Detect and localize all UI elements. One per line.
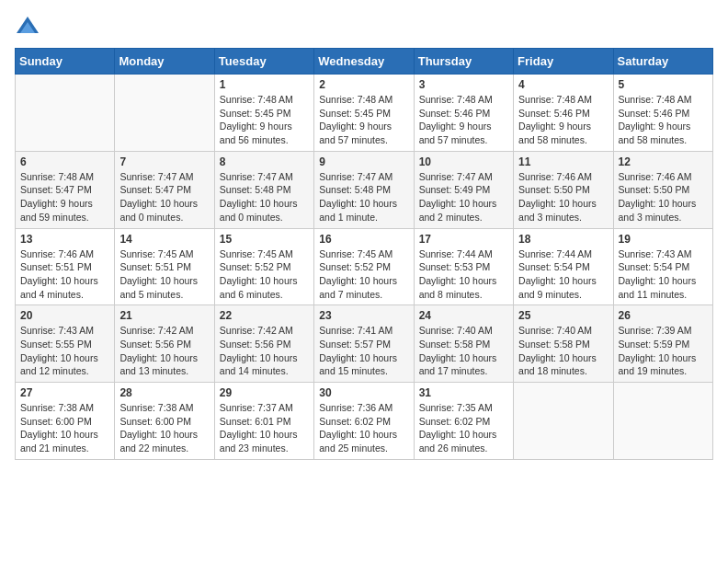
day-number: 3 — [419, 78, 508, 91]
day-info: Sunrise: 7:48 AMSunset: 5:47 PMDaylight:… — [20, 170, 109, 224]
weekday-monday: Monday — [115, 49, 214, 75]
calendar-cell: 2Sunrise: 7:48 AMSunset: 5:45 PMDaylight… — [314, 75, 414, 152]
calendar-cell: 24Sunrise: 7:40 AMSunset: 5:58 PMDayligh… — [414, 305, 513, 383]
day-info: Sunrise: 7:38 AMSunset: 6:00 PMDaylight:… — [119, 401, 209, 455]
weekday-wednesday: Wednesday — [314, 49, 414, 75]
day-info: Sunrise: 7:37 AMSunset: 6:01 PMDaylight:… — [220, 401, 309, 455]
day-info: Sunrise: 7:40 AMSunset: 5:58 PMDaylight:… — [419, 324, 508, 378]
day-info: Sunrise: 7:36 AMSunset: 6:02 PMDaylight:… — [319, 401, 408, 455]
day-number: 24 — [419, 309, 508, 322]
day-info: Sunrise: 7:46 AMSunset: 5:50 PMDaylight:… — [518, 170, 608, 224]
day-number: 27 — [20, 386, 109, 399]
weekday-thursday: Thursday — [414, 49, 513, 75]
day-info: Sunrise: 7:48 AMSunset: 5:46 PMDaylight:… — [419, 93, 508, 147]
calendar-cell: 29Sunrise: 7:37 AMSunset: 6:01 PMDayligh… — [214, 383, 313, 460]
calendar-cell: 27Sunrise: 7:38 AMSunset: 6:00 PMDayligh… — [16, 383, 115, 460]
calendar-week-1: 6Sunrise: 7:48 AMSunset: 5:47 PMDaylight… — [16, 151, 713, 228]
day-info: Sunrise: 7:48 AMSunset: 5:45 PMDaylight:… — [319, 93, 408, 147]
day-number: 8 — [220, 155, 309, 168]
logo-icon — [15, 15, 40, 40]
day-info: Sunrise: 7:48 AMSunset: 5:46 PMDaylight:… — [619, 93, 708, 147]
day-number: 19 — [619, 233, 708, 246]
calendar-cell — [16, 75, 115, 152]
weekday-tuesday: Tuesday — [214, 49, 313, 75]
day-info: Sunrise: 7:41 AMSunset: 5:57 PMDaylight:… — [319, 324, 408, 378]
day-number: 4 — [518, 78, 608, 91]
logo — [15, 15, 44, 40]
day-number: 17 — [419, 233, 508, 246]
calendar-cell: 16Sunrise: 7:45 AMSunset: 5:52 PMDayligh… — [314, 228, 414, 305]
day-number: 9 — [319, 155, 408, 168]
day-info: Sunrise: 7:43 AMSunset: 5:55 PMDaylight:… — [20, 324, 109, 378]
calendar-week-4: 27Sunrise: 7:38 AMSunset: 6:00 PMDayligh… — [16, 383, 713, 460]
day-number: 31 — [419, 386, 508, 399]
calendar-week-3: 20Sunrise: 7:43 AMSunset: 5:55 PMDayligh… — [16, 305, 713, 383]
day-info: Sunrise: 7:38 AMSunset: 6:00 PMDaylight:… — [20, 401, 109, 455]
calendar-week-0: 1Sunrise: 7:48 AMSunset: 5:45 PMDaylight… — [16, 75, 713, 152]
calendar-cell: 12Sunrise: 7:46 AMSunset: 5:50 PMDayligh… — [613, 151, 712, 228]
day-number: 1 — [220, 78, 309, 91]
day-info: Sunrise: 7:40 AMSunset: 5:58 PMDaylight:… — [518, 324, 608, 378]
calendar-cell: 10Sunrise: 7:47 AMSunset: 5:49 PMDayligh… — [414, 151, 513, 228]
calendar-cell: 4Sunrise: 7:48 AMSunset: 5:46 PMDaylight… — [514, 75, 613, 152]
day-info: Sunrise: 7:39 AMSunset: 5:59 PMDaylight:… — [619, 324, 708, 378]
calendar-cell: 20Sunrise: 7:43 AMSunset: 5:55 PMDayligh… — [16, 305, 115, 383]
day-number: 29 — [220, 386, 309, 399]
calendar-cell: 13Sunrise: 7:46 AMSunset: 5:51 PMDayligh… — [16, 228, 115, 305]
calendar-cell: 22Sunrise: 7:42 AMSunset: 5:56 PMDayligh… — [214, 305, 313, 383]
calendar-cell: 14Sunrise: 7:45 AMSunset: 5:51 PMDayligh… — [115, 228, 214, 305]
day-info: Sunrise: 7:45 AMSunset: 5:51 PMDaylight:… — [119, 247, 209, 302]
calendar-cell: 1Sunrise: 7:48 AMSunset: 5:45 PMDaylight… — [214, 75, 313, 152]
weekday-sunday: Sunday — [16, 49, 115, 75]
day-number: 28 — [119, 386, 209, 399]
day-number: 15 — [220, 233, 309, 246]
day-number: 18 — [518, 233, 608, 246]
calendar-cell: 18Sunrise: 7:44 AMSunset: 5:54 PMDayligh… — [514, 228, 613, 305]
day-number: 20 — [20, 309, 109, 322]
weekday-saturday: Saturday — [613, 49, 712, 75]
calendar-cell: 5Sunrise: 7:48 AMSunset: 5:46 PMDaylight… — [613, 75, 712, 152]
calendar-cell: 6Sunrise: 7:48 AMSunset: 5:47 PMDaylight… — [16, 151, 115, 228]
day-info: Sunrise: 7:44 AMSunset: 5:53 PMDaylight:… — [419, 247, 508, 302]
day-info: Sunrise: 7:48 AMSunset: 5:45 PMDaylight:… — [220, 93, 309, 147]
calendar-header: SundayMondayTuesdayWednesdayThursdayFrid… — [16, 49, 713, 75]
day-number: 5 — [619, 78, 708, 91]
calendar-cell — [613, 383, 712, 460]
calendar-cell: 26Sunrise: 7:39 AMSunset: 5:59 PMDayligh… — [613, 305, 712, 383]
weekday-friday: Friday — [514, 49, 613, 75]
day-info: Sunrise: 7:45 AMSunset: 5:52 PMDaylight:… — [220, 247, 309, 302]
calendar-cell: 11Sunrise: 7:46 AMSunset: 5:50 PMDayligh… — [514, 151, 613, 228]
day-info: Sunrise: 7:43 AMSunset: 5:54 PMDaylight:… — [619, 247, 708, 302]
calendar-cell: 17Sunrise: 7:44 AMSunset: 5:53 PMDayligh… — [414, 228, 513, 305]
day-number: 13 — [20, 233, 109, 246]
calendar-cell: 30Sunrise: 7:36 AMSunset: 6:02 PMDayligh… — [314, 383, 414, 460]
day-number: 21 — [119, 309, 209, 322]
calendar-cell: 31Sunrise: 7:35 AMSunset: 6:02 PMDayligh… — [414, 383, 513, 460]
day-info: Sunrise: 7:46 AMSunset: 5:51 PMDaylight:… — [20, 247, 109, 302]
calendar-cell: 25Sunrise: 7:40 AMSunset: 5:58 PMDayligh… — [514, 305, 613, 383]
day-info: Sunrise: 7:47 AMSunset: 5:49 PMDaylight:… — [419, 170, 508, 224]
day-number: 30 — [319, 386, 408, 399]
day-number: 14 — [119, 233, 209, 246]
day-info: Sunrise: 7:47 AMSunset: 5:48 PMDaylight:… — [319, 170, 408, 224]
day-info: Sunrise: 7:45 AMSunset: 5:52 PMDaylight:… — [319, 247, 408, 302]
day-number: 10 — [419, 155, 508, 168]
day-number: 7 — [119, 155, 209, 168]
day-info: Sunrise: 7:48 AMSunset: 5:46 PMDaylight:… — [518, 93, 608, 147]
day-number: 11 — [518, 155, 608, 168]
day-number: 12 — [619, 155, 708, 168]
day-number: 22 — [220, 309, 309, 322]
calendar-cell: 19Sunrise: 7:43 AMSunset: 5:54 PMDayligh… — [613, 228, 712, 305]
calendar-week-2: 13Sunrise: 7:46 AMSunset: 5:51 PMDayligh… — [16, 228, 713, 305]
calendar-cell: 21Sunrise: 7:42 AMSunset: 5:56 PMDayligh… — [115, 305, 214, 383]
page-header — [15, 15, 713, 40]
calendar-body: 1Sunrise: 7:48 AMSunset: 5:45 PMDaylight… — [16, 75, 713, 460]
day-number: 6 — [20, 155, 109, 168]
day-info: Sunrise: 7:42 AMSunset: 5:56 PMDaylight:… — [220, 324, 309, 378]
weekday-header-row: SundayMondayTuesdayWednesdayThursdayFrid… — [16, 49, 713, 75]
day-number: 25 — [518, 309, 608, 322]
day-number: 23 — [319, 309, 408, 322]
calendar-cell: 23Sunrise: 7:41 AMSunset: 5:57 PMDayligh… — [314, 305, 414, 383]
calendar-cell — [115, 75, 214, 152]
calendar-cell: 7Sunrise: 7:47 AMSunset: 5:47 PMDaylight… — [115, 151, 214, 228]
